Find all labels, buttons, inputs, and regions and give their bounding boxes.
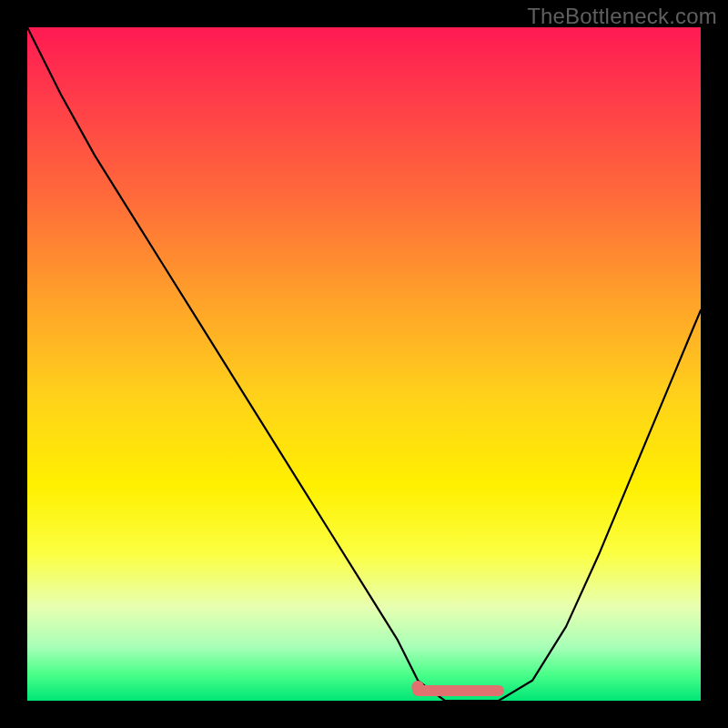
plot-area <box>27 27 701 701</box>
watermark-text: TheBottleneck.com <box>527 4 717 29</box>
chart-overlay <box>27 27 701 701</box>
highlight-dot <box>411 681 424 693</box>
bottleneck-curve <box>27 27 701 701</box>
chart-frame: TheBottleneck.com <box>0 0 728 728</box>
